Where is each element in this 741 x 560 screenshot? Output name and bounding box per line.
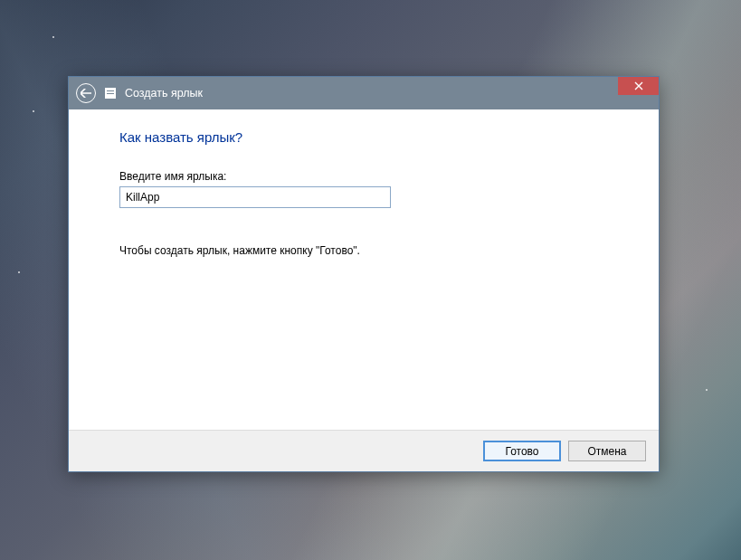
page-heading: Как назвать ярлык?: [119, 129, 608, 145]
titlebar: Создать ярлык: [69, 77, 659, 109]
shortcut-icon: [105, 88, 116, 99]
create-shortcut-dialog: Создать ярлык Как назвать ярлык? Введите…: [68, 76, 660, 472]
window-title: Создать ярлык: [125, 87, 203, 100]
instruction-text: Чтобы создать ярлык, нажмите кнопку "Гот…: [119, 244, 608, 257]
arrow-left-icon: [81, 89, 91, 98]
cancel-button[interactable]: Отмена: [568, 441, 646, 461]
finish-button[interactable]: Готово: [483, 441, 561, 461]
dialog-content: Как назвать ярлык? Введите имя ярлыка: Ч…: [69, 109, 659, 430]
close-button[interactable]: [618, 77, 659, 95]
close-icon: [634, 81, 643, 90]
back-button[interactable]: [76, 83, 96, 103]
shortcut-name-input[interactable]: [119, 186, 391, 208]
name-field-label: Введите имя ярлыка:: [119, 170, 608, 183]
dialog-footer: Готово Отмена: [69, 430, 659, 471]
